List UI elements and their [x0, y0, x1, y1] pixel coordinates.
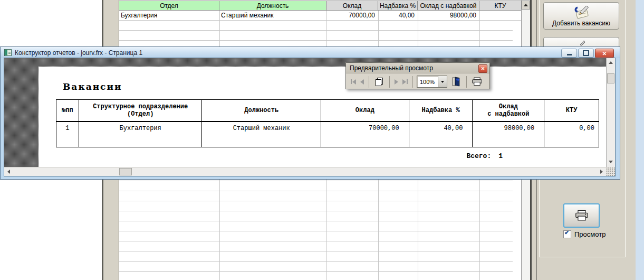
close-icon: ✕: [602, 51, 607, 57]
rep-h-nadbavka: Надбавка %: [409, 100, 473, 121]
preview-checkbox-row: ✔ Просмотр: [563, 230, 605, 238]
grid-cell-oklad[interactable]: 70000,00: [326, 11, 378, 21]
rep-h-oklad: Оклад: [321, 100, 409, 121]
add-vacancy-label: Добавить вакансию: [552, 20, 610, 27]
resize-grip[interactable]: [606, 167, 615, 176]
rep-c-dolzhnost: Старший механик: [202, 122, 321, 147]
grid-header-ktu[interactable]: КТУ: [479, 1, 522, 11]
preview-toolbar-body: 100%: [346, 74, 489, 89]
next-page-button[interactable]: [393, 78, 399, 86]
preview-checkbox-label: Просмотр: [574, 230, 605, 238]
report-horizontal-scrollbar[interactable]: [4, 167, 606, 176]
rep-h-ktu: КТУ: [544, 100, 599, 121]
report-table-header: №пп Структурное подразделение (Отдел) До…: [56, 100, 599, 122]
rep-h-oklad-nadb: Оклад с надбавкой: [473, 100, 544, 121]
total-value: 1: [498, 152, 503, 160]
rep-h-dolzhnost: Должность: [202, 100, 321, 121]
preview-toolbar-titlebar[interactable]: Предварительный просмотр: [346, 63, 489, 73]
report-vscroll-thumb[interactable]: [607, 73, 614, 83]
report-vertical-scrollbar[interactable]: [606, 58, 615, 167]
first-page-icon: [352, 79, 356, 85]
report-table: №пп Структурное подразделение (Отдел) До…: [56, 99, 599, 147]
grid-header-nadbavka[interactable]: Надбавка %: [378, 1, 418, 11]
report-preview-area: Вакансии №пп Структурное подразделение (…: [4, 58, 615, 176]
grid-cell-otdel[interactable]: Бухгалтерия: [119, 11, 219, 21]
grid-header-otdel[interactable]: Отдел: [119, 1, 219, 11]
previous-page-button[interactable]: [359, 78, 365, 86]
minimize-button[interactable]: [561, 49, 577, 58]
report-window-title: Конструктор отчетов - jourv.frx - Страни…: [15, 49, 142, 57]
grid-header-dolzhnost[interactable]: Должность: [219, 1, 326, 11]
report-table-row: 1 Бухгалтерия Старший механик 70000,00 4…: [56, 122, 599, 147]
total-label: Всего:: [466, 152, 491, 160]
rep-c-oklad: 70000,00: [321, 122, 409, 147]
rep-c-npp: 1: [56, 122, 79, 147]
preview-close-button[interactable]: ✕: [478, 64, 487, 73]
report-scroll-right-button[interactable]: [598, 168, 605, 175]
print-button[interactable]: [563, 203, 600, 228]
screen: Отдел Должность Оклад Надбавка % Оклад с…: [0, 0, 644, 280]
maximize-icon: [583, 50, 589, 56]
last-page-button[interactable]: [401, 78, 409, 86]
first-page-button[interactable]: [350, 78, 357, 86]
scroll-down-icon: [609, 161, 613, 163]
close-button[interactable]: ✕: [595, 49, 614, 58]
scroll-left-icon: [7, 170, 10, 174]
add-vacancy-button[interactable]: Добавить вакансию: [543, 2, 619, 30]
grid-cell-dolzhnost[interactable]: Старший механик: [219, 11, 326, 21]
grid-header-oklad-nadb[interactable]: Оклад с надбавкой: [418, 1, 479, 11]
report-title: Вакансии: [63, 81, 122, 92]
chevron-down-icon: [441, 81, 444, 83]
goto-page-button[interactable]: [373, 76, 386, 88]
scroll-up-icon: [524, 4, 528, 6]
next-page-icon: [395, 79, 398, 85]
pages-icon: [374, 77, 385, 87]
grid-cell-oklad-nadb[interactable]: 98000,00: [418, 11, 479, 21]
grid-header-oklad[interactable]: Оклад: [326, 1, 378, 11]
previous-page-icon: [360, 79, 364, 85]
zoom-select[interactable]: 100%: [417, 76, 447, 88]
rep-c-nadbavka: 40,00: [409, 122, 473, 147]
print-report-button[interactable]: [470, 76, 484, 87]
rep-c-otdel: Бухгалтерия: [79, 122, 203, 147]
scroll-up-icon: [609, 61, 613, 64]
close-preview-button[interactable]: [449, 76, 463, 88]
rep-h-otdel: Структурное подразделение (Отдел): [79, 100, 203, 121]
report-window-titlebar[interactable]: Конструктор отчетов - jourv.frx - Страни…: [1, 47, 620, 58]
maximize-button[interactable]: [578, 49, 594, 58]
door-exit-icon: [450, 77, 462, 87]
preview-checkbox[interactable]: ✔: [563, 230, 571, 238]
report-scroll-down-button[interactable]: [607, 158, 614, 166]
zoom-value: 100%: [417, 76, 438, 87]
grid-cell-nadbavka[interactable]: 40,00: [378, 11, 418, 21]
scroll-right-icon: [600, 170, 603, 174]
grid-cell-ktu[interactable]: [479, 11, 522, 21]
check-icon: ✔: [564, 229, 569, 236]
rep-h-npp: №пп: [56, 100, 79, 121]
grid-scroll-up-button[interactable]: [522, 1, 530, 10]
report-scroll-up-button[interactable]: [607, 59, 614, 67]
report-scroll-left-button[interactable]: [5, 168, 13, 175]
rep-c-oklad-nadb: 98000,00: [473, 122, 544, 147]
rep-c-ktu: 0,00: [544, 122, 599, 147]
window-edge-strip: [636, 0, 644, 280]
last-page-icon: [402, 79, 406, 85]
notepad-pencil-icon: [573, 4, 591, 20]
report-window: Конструктор отчетов - jourv.frx - Страни…: [0, 46, 620, 180]
report-page: Вакансии №пп Структурное подразделение (…: [39, 67, 606, 167]
preview-toolbar-title: Предварительный просмотр: [350, 64, 433, 72]
printer-icon: [575, 210, 589, 221]
report-total: Всего: 1: [56, 152, 503, 160]
minimize-icon: [567, 54, 572, 55]
report-book-icon: [4, 49, 12, 56]
close-icon: ✕: [481, 66, 485, 71]
pencil-tip-icon: [578, 39, 585, 46]
report-hscroll-thumb[interactable]: [119, 168, 132, 175]
preview-toolbar: Предварительный просмотр ✕ 100%: [345, 62, 490, 89]
printer-icon: [472, 77, 483, 86]
zoom-dropdown-button[interactable]: [438, 76, 447, 87]
